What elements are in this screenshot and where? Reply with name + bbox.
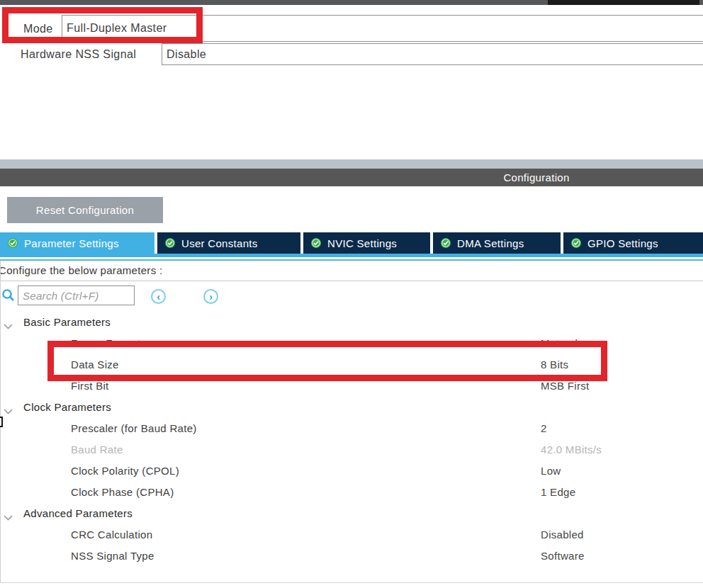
reset-configuration-button[interactable]: Reset Configuration — [7, 197, 163, 223]
parameter-label: Baud Rate — [71, 443, 123, 456]
chevron-right-icon: › — [209, 292, 213, 302]
group-advanced-parameters[interactable]: Advanced Parameters — [0, 503, 703, 524]
group-basic-parameters[interactable]: Basic Parameters — [0, 312, 703, 333]
chevron-left-icon: ‹ — [157, 292, 160, 302]
check-circle-icon — [571, 238, 581, 248]
chevron-down-icon — [4, 320, 13, 332]
chevron-down-icon — [4, 511, 13, 524]
parameter-value[interactable]: Disabled — [541, 528, 584, 541]
active-tab-underline — [0, 254, 703, 257]
group-name: Basic Parameters — [23, 316, 111, 328]
annotation-rectangle-mode — [2, 7, 203, 43]
tab-gpio-settings[interactable]: GPIO Settings — [563, 232, 703, 254]
parameter-label: Clock Polarity (CPOL) — [71, 465, 179, 477]
bottom-separator-line — [0, 582, 703, 583]
clipped-edge-artifact — [0, 417, 3, 427]
parameter-value[interactable]: 42.0 MBits/s — [541, 443, 602, 456]
parameter-row-nss-signal-type[interactable]: NSS Signal TypeSoftware — [0, 545, 703, 567]
check-circle-icon — [311, 238, 321, 248]
tab-label: NVIC Settings — [327, 237, 397, 249]
group-clock-parameters[interactable]: Clock Parameters — [0, 397, 703, 418]
parameter-label: NSS Signal Type — [71, 550, 154, 562]
chevron-down-icon — [4, 405, 13, 417]
hardware-nss-signal-label: Hardware NSS Signal — [21, 48, 136, 61]
spi-configuration-panel: Mode Full-Duplex Master Hardware NSS Sig… — [0, 0, 703, 588]
check-circle-icon — [8, 238, 18, 248]
search-icon — [1, 288, 15, 305]
parameter-row-clock-polarity-cpol-[interactable]: Clock Polarity (CPOL)Low — [0, 460, 703, 482]
hardware-nss-signal-value: Disable — [167, 48, 206, 61]
parameter-row-prescaler-for-baud-rate-[interactable]: Prescaler (for Baud Rate)2 — [0, 418, 703, 439]
tab-underline-accent — [0, 259, 703, 261]
parameter-label: Clock Phase (CPHA) — [71, 486, 174, 498]
check-circle-icon — [441, 238, 451, 248]
parameter-label: First Bit — [71, 380, 109, 392]
tab-dma-settings[interactable]: DMA Settings — [433, 232, 561, 254]
parameter-label: Prescaler (for Baud Rate) — [71, 422, 197, 434]
top-window-edge-dark-segment — [548, 0, 699, 5]
hardware-nss-signal-dropdown[interactable]: Disable — [162, 43, 703, 65]
parameter-value[interactable]: MSB First — [541, 380, 590, 392]
annotation-rectangle-data-size — [47, 341, 607, 381]
parameter-row-crc-calculation[interactable]: CRC CalculationDisabled — [0, 524, 703, 545]
search-previous-button[interactable]: ‹ — [151, 289, 166, 304]
tab-parameter-settings[interactable]: Parameter Settings — [0, 232, 154, 254]
configure-parameters-instruction: Configure the below parameters : — [0, 264, 162, 276]
parameter-value[interactable]: 1 Edge — [541, 486, 575, 498]
parameter-value[interactable]: Software — [541, 550, 585, 562]
parameter-label: CRC Calculation — [71, 528, 152, 541]
parameter-row-baud-rate[interactable]: Baud Rate42.0 MBits/s — [0, 439, 703, 460]
tab-label: DMA Settings — [457, 237, 524, 249]
check-circle-icon — [165, 238, 175, 248]
group-name: Clock Parameters — [23, 401, 111, 413]
search-next-button[interactable]: › — [203, 289, 218, 304]
search-input[interactable] — [18, 285, 135, 305]
parameter-value[interactable]: Low — [541, 465, 561, 477]
separator-line — [0, 281, 703, 281]
configuration-header-bar — [0, 169, 703, 186]
tab-nvic-settings[interactable]: NVIC Settings — [303, 232, 430, 254]
tab-label: User Constants — [181, 237, 258, 249]
top-window-edge — [0, 0, 703, 5]
group-name: Advanced Parameters — [23, 507, 133, 519]
parameter-row-clock-phase-cpha-[interactable]: Clock Phase (CPHA)1 Edge — [0, 482, 703, 503]
parameter-value[interactable]: 2 — [541, 422, 547, 434]
tab-label: Parameter Settings — [24, 237, 119, 249]
configuration-title: Configuration — [494, 171, 579, 183]
section-divider-band — [0, 159, 703, 169]
tab-label: GPIO Settings — [587, 237, 658, 249]
tab-user-constants[interactable]: User Constants — [157, 232, 300, 254]
